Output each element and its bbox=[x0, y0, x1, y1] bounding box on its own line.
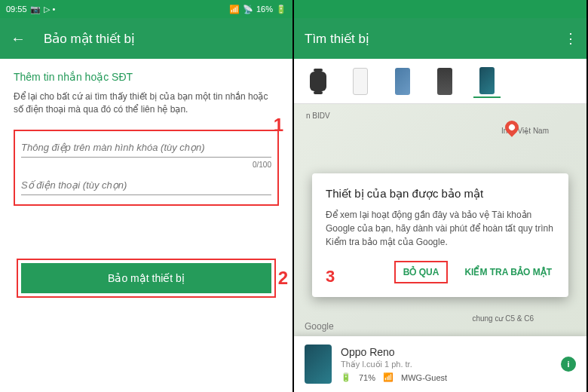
device-name: Oppo Reno bbox=[341, 346, 552, 358]
secure-button-group: 2 Bảo mật thiết bị bbox=[17, 259, 276, 298]
dialog-title: Thiết bị của bạn được bảo mật bbox=[326, 187, 555, 201]
battery-icon: 🔋 bbox=[341, 372, 351, 382]
input-group: 1 0/100 bbox=[14, 130, 279, 206]
status-time: 09:55 bbox=[6, 5, 27, 14]
device-phone-3[interactable] bbox=[431, 65, 458, 98]
app-header: Tìm thiết bị ⋮ bbox=[294, 18, 586, 59]
play-icon: ▷ bbox=[44, 5, 50, 14]
screen-find-device: Tìm thiết bị ⋮ n BIDV Intel Việt Nam chu… bbox=[294, 0, 588, 392]
map-label-bidv: n BIDV bbox=[306, 112, 330, 120]
device-thumbnail bbox=[305, 345, 332, 384]
section-title: Thêm tin nhắn hoặc SĐT bbox=[14, 71, 279, 83]
security-dialog: Thiết bị của bạn được bảo mật Để xem lại… bbox=[312, 173, 568, 297]
app-header: ← Bảo mật thiết bị bbox=[0, 18, 292, 59]
header-title: Tìm thiết bị bbox=[305, 31, 369, 47]
annotation-2: 2 bbox=[278, 268, 288, 289]
map-label-chungcu: chung cư C5 & C6 bbox=[472, 314, 534, 323]
annotation-1: 1 bbox=[274, 115, 283, 136]
status-bar bbox=[294, 0, 586, 18]
device-phone-4-active[interactable] bbox=[473, 65, 501, 98]
map-pin-icon bbox=[505, 121, 519, 139]
status-bar: 09:55 📷 ▷ • 📶 📡 16% 🔋 bbox=[0, 0, 292, 18]
secure-device-button[interactable]: Bảo mật thiết bị bbox=[21, 263, 271, 293]
menu-icon[interactable]: ⋮ bbox=[564, 30, 576, 47]
lockscreen-message-input[interactable] bbox=[21, 142, 271, 153]
dot-icon: • bbox=[53, 5, 56, 14]
battery-icon: 🔋 bbox=[276, 5, 286, 14]
back-icon[interactable]: ← bbox=[11, 30, 26, 47]
device-last-seen: Thấy l.cuối 1 ph. tr. bbox=[341, 360, 552, 369]
device-phone-2[interactable] bbox=[389, 65, 416, 98]
wifi-name: MWG-Guest bbox=[401, 373, 447, 382]
wifi-icon: 📶 bbox=[383, 372, 394, 382]
header-title: Bảo mật thiết bị bbox=[44, 31, 135, 47]
char-counter: 0/100 bbox=[21, 161, 271, 169]
device-info-card[interactable]: Oppo Reno Thấy l.cuối 1 ph. tr. 🔋 71% 📶 … bbox=[294, 336, 586, 392]
device-phone-1[interactable] bbox=[347, 65, 374, 98]
battery-text: 16% bbox=[256, 5, 273, 14]
battery-level: 71% bbox=[359, 373, 375, 382]
google-logo: Google bbox=[305, 321, 334, 332]
signal-icon: 📡 bbox=[243, 5, 253, 14]
wifi-icon: 📶 bbox=[229, 5, 240, 14]
phone-number-input[interactable] bbox=[21, 179, 271, 191]
dialog-text: Để xem lại hoạt động gần đây và bảo vệ T… bbox=[326, 208, 555, 249]
security-check-button[interactable]: KIỂM TRA BẢO MẬT bbox=[461, 261, 555, 283]
skip-button[interactable]: BỎ QUA bbox=[400, 264, 443, 280]
device-watch[interactable] bbox=[305, 65, 332, 98]
screen-secure-device: 09:55 📷 ▷ • 📶 📡 16% 🔋 ← Bảo mật thiết bị… bbox=[0, 0, 294, 392]
section-description: Để lại cho bất cứ ai tìm thấy thiết bị c… bbox=[14, 90, 279, 116]
camera-icon: 📷 bbox=[30, 5, 41, 14]
devices-bar bbox=[294, 59, 586, 104]
info-badge[interactable]: i bbox=[561, 357, 576, 372]
